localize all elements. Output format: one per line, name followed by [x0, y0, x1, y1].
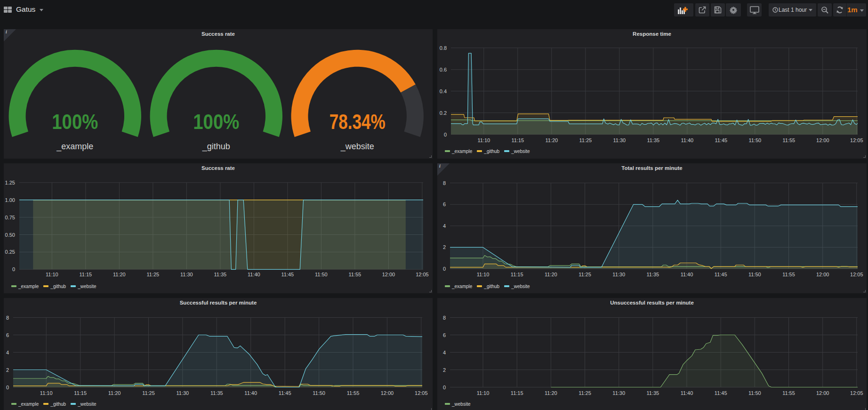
- svg-text:11:55: 11:55: [782, 390, 795, 396]
- svg-text:11:25: 11:25: [147, 272, 160, 277]
- svg-text:8: 8: [443, 315, 446, 321]
- svg-text:0: 0: [443, 385, 446, 390]
- svg-text:11:35: 11:35: [646, 272, 659, 277]
- svg-text:11:30: 11:30: [612, 390, 625, 396]
- svg-text:12:05: 12:05: [850, 137, 863, 143]
- svg-text:12:00: 12:00: [816, 390, 829, 396]
- svg-text:12:05: 12:05: [850, 390, 863, 396]
- svg-text:11:25: 11:25: [579, 390, 591, 396]
- svg-text:12:00: 12:00: [816, 137, 829, 143]
- svg-text:78.34%: 78.34%: [330, 110, 386, 133]
- svg-text:11:20: 11:20: [545, 272, 557, 277]
- svg-text:11:50: 11:50: [748, 137, 761, 143]
- svg-text:11:30: 11:30: [180, 272, 193, 277]
- svg-text:11:50: 11:50: [748, 272, 761, 277]
- svg-text:11:20: 11:20: [108, 390, 121, 396]
- svg-text:11:30: 11:30: [612, 272, 625, 277]
- svg-text:11:40: 11:40: [681, 390, 693, 396]
- svg-text:0.4: 0.4: [440, 88, 447, 94]
- svg-text:11:15: 11:15: [511, 390, 523, 396]
- svg-text:11:10: 11:10: [477, 137, 490, 143]
- svg-text:11:30: 11:30: [613, 137, 626, 143]
- svg-text:11:35: 11:35: [646, 390, 659, 396]
- svg-text:12:05: 12:05: [850, 272, 863, 277]
- svg-text:4: 4: [443, 223, 446, 229]
- svg-text:11:15: 11:15: [511, 272, 523, 277]
- svg-text:6: 6: [6, 332, 9, 338]
- svg-text:11:25: 11:25: [579, 272, 591, 277]
- svg-text:100%: 100%: [193, 110, 239, 133]
- svg-text:11:55: 11:55: [349, 272, 362, 277]
- svg-text:2: 2: [6, 367, 9, 373]
- svg-text:2: 2: [443, 244, 446, 250]
- svg-text:11:20: 11:20: [545, 137, 558, 143]
- svg-text:11:35: 11:35: [647, 137, 659, 143]
- svg-text:11:50: 11:50: [313, 390, 325, 396]
- svg-text:11:20: 11:20: [545, 390, 557, 396]
- svg-text:11:15: 11:15: [511, 137, 524, 143]
- svg-text:12:00: 12:00: [382, 272, 395, 277]
- svg-text:11:45: 11:45: [715, 137, 727, 143]
- svg-text:12:05: 12:05: [415, 390, 428, 396]
- svg-text:0: 0: [12, 266, 15, 272]
- svg-text:_github: _github: [202, 142, 230, 152]
- svg-text:0: 0: [6, 385, 9, 390]
- svg-text:11:15: 11:15: [80, 272, 92, 277]
- svg-text:11:45: 11:45: [715, 272, 727, 277]
- svg-text:0.2: 0.2: [440, 110, 447, 116]
- svg-text:11:15: 11:15: [74, 390, 87, 396]
- svg-text:6: 6: [443, 332, 446, 338]
- svg-text:0.50: 0.50: [5, 232, 15, 238]
- svg-text:11:50: 11:50: [748, 390, 761, 396]
- svg-text:0.75: 0.75: [5, 215, 15, 220]
- svg-text:8: 8: [443, 180, 446, 186]
- svg-text:11:40: 11:40: [248, 272, 260, 277]
- svg-text:2: 2: [443, 367, 446, 373]
- svg-text:6: 6: [443, 201, 446, 207]
- svg-text:11:40: 11:40: [244, 390, 257, 396]
- svg-text:11:35: 11:35: [210, 390, 223, 396]
- svg-text:11:55: 11:55: [782, 137, 795, 143]
- svg-text:4: 4: [443, 350, 446, 355]
- svg-text:11:25: 11:25: [142, 390, 155, 396]
- svg-text:11:45: 11:45: [715, 390, 727, 396]
- svg-text:11:40: 11:40: [681, 137, 693, 143]
- svg-text:11:55: 11:55: [347, 390, 360, 396]
- svg-text:11:30: 11:30: [177, 390, 189, 396]
- svg-text:11:35: 11:35: [214, 272, 227, 277]
- svg-text:12:00: 12:00: [381, 390, 394, 396]
- svg-text:8: 8: [6, 315, 9, 321]
- svg-text:1.00: 1.00: [5, 197, 15, 203]
- svg-text:0.25: 0.25: [5, 249, 15, 255]
- svg-text:0: 0: [444, 132, 447, 137]
- svg-text:100%: 100%: [52, 110, 98, 133]
- svg-text:0.6: 0.6: [440, 67, 447, 72]
- svg-text:11:50: 11:50: [315, 272, 328, 277]
- svg-text:11:25: 11:25: [579, 137, 592, 143]
- svg-text:11:40: 11:40: [681, 272, 693, 277]
- svg-text:11:20: 11:20: [113, 272, 126, 277]
- svg-text:_website: _website: [340, 142, 374, 152]
- svg-text:0.8: 0.8: [440, 45, 447, 51]
- svg-text:11:10: 11:10: [46, 272, 58, 277]
- svg-text:11:45: 11:45: [281, 272, 294, 277]
- svg-text:11:10: 11:10: [40, 390, 53, 396]
- svg-text:12:05: 12:05: [416, 272, 429, 277]
- svg-text:4: 4: [6, 350, 9, 355]
- svg-text:11:45: 11:45: [279, 390, 291, 396]
- svg-text:11:10: 11:10: [477, 272, 490, 277]
- svg-text:1.25: 1.25: [5, 180, 15, 185]
- svg-text:_example: _example: [56, 142, 93, 152]
- svg-text:11:10: 11:10: [477, 390, 490, 396]
- svg-text:12:00: 12:00: [816, 272, 829, 277]
- svg-text:0: 0: [443, 266, 446, 272]
- svg-text:11:55: 11:55: [782, 272, 795, 277]
